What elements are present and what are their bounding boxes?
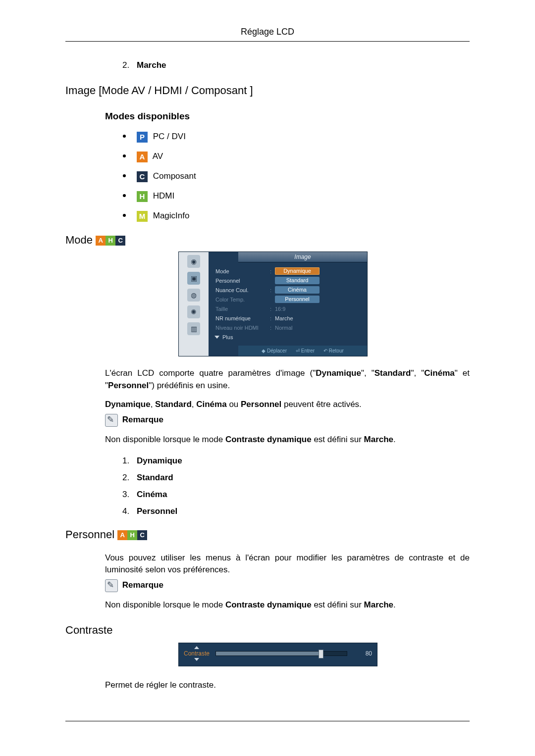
- paragraph-personnel: Vous pouvez utiliser les menus à l'écran…: [105, 552, 470, 576]
- osd-panel: ◉ ▣ ◍ ✺ ▥ Image Mode: Dynamique: [178, 252, 368, 356]
- p-icon: P: [137, 132, 148, 143]
- slider-thumb: [319, 650, 323, 658]
- osd-option-dynamique: Dynamique: [275, 267, 320, 275]
- osd-row-niveau: Niveau noir HDMI: Normal: [215, 323, 367, 332]
- list-item-marche: Marche: [132, 60, 470, 70]
- h-icon: H: [106, 236, 115, 246]
- mode-av: A AV: [123, 151, 470, 162]
- paragraph-presets: L'écran LCD comporte quatre paramètres d…: [105, 367, 470, 392]
- slider-value: 80: [353, 650, 372, 657]
- list-item: Standard: [132, 473, 470, 483]
- osd-option-standard: Standard: [275, 277, 320, 284]
- section-mode-title: Mode AHC: [65, 234, 470, 247]
- c-icon: C: [137, 530, 147, 540]
- osd-row-personnel: Personnel Standard: [215, 276, 367, 285]
- arrow-up-icon: [194, 646, 199, 649]
- list-item: Dynamique: [132, 456, 470, 466]
- note-icon: [105, 579, 118, 592]
- osd-setup-icon: ✺: [187, 305, 200, 318]
- osd-option-personnel: Personnel: [275, 296, 320, 303]
- paragraph-contraste: Permet de régler le contraste.: [105, 679, 470, 692]
- osd-footer: ◆ Déplacer ⏎ Entrer ↶ Retour: [238, 346, 367, 356]
- osd-category-icons: ◉ ▣ ◍ ✺ ▥: [179, 252, 209, 356]
- section-image-title: Image [Mode AV / HDMI / Composant ]: [65, 84, 470, 97]
- modes-disponibles-title: Modes disponibles: [105, 111, 470, 122]
- footer-rule: [65, 721, 470, 721]
- paragraph-activate: Dynamique, Standard, Cinéma ou Personnel…: [105, 399, 470, 411]
- list-item: Cinéma: [132, 490, 470, 500]
- chevron-down-icon: [214, 336, 219, 339]
- mode-pc-dvi: P PC / DVI: [123, 132, 470, 143]
- page-header-title: Réglage LCD: [0, 0, 535, 37]
- osd-title: Image: [238, 252, 367, 262]
- note-icon: [105, 414, 118, 427]
- paragraph-not-available-1: Non disponible lorsque le mode Contraste…: [105, 434, 470, 446]
- c-icon: C: [115, 236, 125, 246]
- slider-label: Contraste: [184, 650, 210, 657]
- remark-2: Remarque: [105, 579, 470, 592]
- osd-sound-icon: ◍: [187, 289, 200, 302]
- modes-list: P PC / DVI A AV C Composant H HDMI M Mag…: [105, 132, 470, 222]
- arrow-down-icon: [194, 658, 199, 661]
- remark-1: Remarque: [105, 414, 470, 427]
- a-icon: A: [117, 530, 127, 540]
- osd-row-plus: Plus: [215, 332, 367, 342]
- paragraph-not-available-2: Non disponible lorsque le mode Contraste…: [105, 599, 470, 611]
- osd-option-cinema: Cinéma: [275, 286, 320, 294]
- osd-image-icon: ▣: [187, 272, 200, 285]
- osd-row-nuance: Nuance Coul.: Cinéma: [215, 285, 367, 295]
- osd-row-taille: Taille: 16:9: [215, 304, 367, 313]
- a-icon: A: [96, 236, 106, 246]
- h-icon: H: [137, 191, 148, 202]
- section-personnel-title: Personnel AHC: [65, 528, 470, 541]
- mode-composant: C Composant: [123, 171, 470, 182]
- mode-hdmi: H HDMI: [123, 191, 470, 202]
- a-icon: A: [137, 151, 148, 162]
- h-icon: H: [127, 530, 137, 540]
- c-icon: C: [137, 171, 148, 182]
- mode-options-list: Dynamique Standard Cinéma Personnel: [105, 456, 470, 516]
- osd-row-colortemp: Color Temp. Personnel: [215, 295, 367, 304]
- osd-input-icon: ◉: [187, 255, 200, 268]
- osd-row-mode: Mode: Dynamique: [215, 266, 367, 276]
- slider-track: [215, 651, 347, 656]
- contraste-slider-panel: Contraste 80: [178, 643, 377, 666]
- m-icon: M: [137, 211, 148, 222]
- osd-row-nr: NR numérique: Marche: [215, 313, 367, 323]
- header-rule: [65, 41, 470, 42]
- list-item: Personnel: [132, 506, 470, 516]
- osd-multi-icon: ▥: [187, 322, 200, 335]
- section-contraste-title: Contraste: [65, 624, 470, 637]
- mode-magicinfo: M MagicInfo: [123, 211, 470, 222]
